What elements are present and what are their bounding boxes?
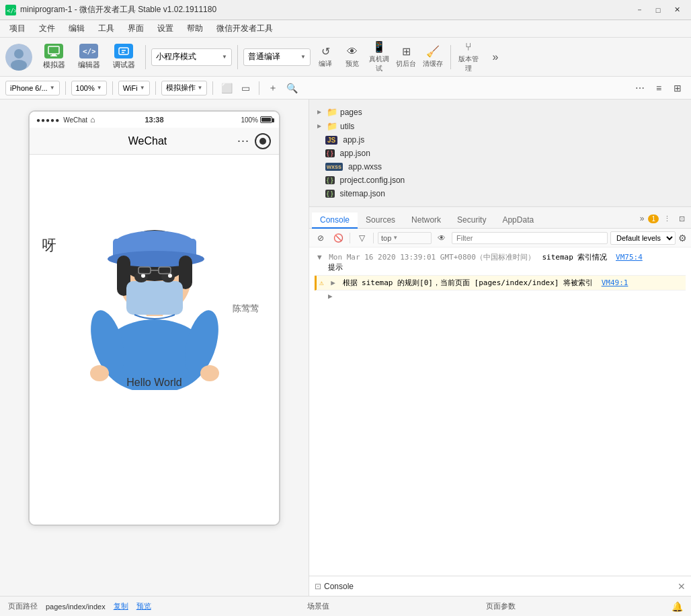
split-view-btn[interactable]: ⊞: [669, 80, 686, 96]
simulator-button[interactable]: 模拟器: [38, 42, 70, 73]
record-button[interactable]: [255, 133, 271, 149]
device-value: iPhone 6/...: [10, 84, 48, 92]
compile-dropdown[interactable]: 普通编译 ▼: [243, 48, 311, 66]
menu-interface[interactable]: 界面: [121, 22, 151, 36]
console-tab-label: Console: [320, 215, 350, 225]
tree-item-pages[interactable]: ▶ 📁 pages: [309, 105, 691, 119]
menu-project[interactable]: 项目: [3, 22, 32, 36]
tree-item-projectconfig[interactable]: { } project.config.json: [309, 174, 691, 187]
devtools-expand-btn[interactable]: ⊡: [675, 212, 688, 225]
pages-arrow: ▶: [317, 109, 324, 115]
warning-icon: ⚠: [319, 278, 324, 287]
menu-help[interactable]: 帮助: [180, 22, 210, 36]
tree-item-utils[interactable]: ▶ 📁 utils: [309, 119, 691, 133]
console-sep: [350, 233, 350, 243]
console-eye-btn[interactable]: 👁: [434, 231, 449, 245]
console-filter-toggle[interactable]: ▽: [354, 231, 369, 245]
devtools-tab-console[interactable]: Console: [312, 213, 358, 229]
menu-edit[interactable]: 编辑: [62, 22, 91, 36]
devtools-options-btn[interactable]: ⋮: [660, 212, 674, 225]
console-level-select[interactable]: Default levels: [610, 231, 676, 245]
console-clear-btn[interactable]: 🚫: [331, 231, 346, 245]
version-button[interactable]: ⑂ 版本管理: [456, 45, 481, 69]
mode-dropdown[interactable]: 小程序模式 ▼: [151, 48, 232, 66]
expand-more[interactable]: ▶: [328, 292, 333, 301]
right-panel: ▶ 📁 pages ▶ 📁 utils JS app.js { } app.js…: [309, 100, 691, 596]
console-gear-icon[interactable]: ⚙: [678, 233, 687, 243]
window-controls: － □ ✕: [631, 3, 686, 17]
operation-arrow: ▼: [198, 85, 203, 91]
console-entry-2: ⚠ ▶ 根据 sitemap 的规则[0]，当前页面 [pages/index/…: [315, 276, 686, 291]
more-button[interactable]: »: [483, 45, 507, 69]
params-label[interactable]: 页面参数: [486, 601, 516, 611]
add-panel-btn[interactable]: ＋: [265, 80, 281, 96]
compile-value: 普通编译: [248, 51, 280, 63]
rotate-landscape-btn[interactable]: ▭: [237, 80, 253, 96]
tree-item-appjs[interactable]: JS app.js: [309, 133, 691, 147]
context-arrow: ▼: [393, 235, 398, 241]
entry1-link[interactable]: VM75:4: [616, 253, 643, 262]
search-panel-btn[interactable]: 🔍: [284, 80, 300, 96]
menu-file[interactable]: 文件: [32, 22, 62, 36]
wifi-icon: ⌂: [90, 115, 95, 124]
utils-arrow: ▶: [317, 123, 324, 129]
compile-button[interactable]: ↺ 编译: [313, 45, 337, 69]
tree-item-appwxss[interactable]: wxss app.wxss: [309, 160, 691, 174]
more-dots[interactable]: ···: [237, 134, 249, 148]
record-inner: [259, 138, 266, 145]
editor-icon: </>: [79, 44, 98, 59]
expand-icon[interactable]: ▶: [331, 278, 335, 287]
toolbar-sep-2: [237, 45, 238, 69]
menu-tools[interactable]: 工具: [91, 22, 121, 36]
version-icon: ⑂: [465, 41, 472, 53]
phone-simulator-panel: ●●●●● WeChat ⌂ 13:38 100% WeChat ···: [0, 100, 309, 596]
operation-dropdown[interactable]: 模拟操作 ▼: [161, 81, 208, 95]
real-debug-button[interactable]: 📱 真机调试: [367, 45, 391, 69]
more-tabs-label[interactable]: »: [637, 214, 647, 223]
menu-settings[interactable]: 设置: [151, 22, 180, 36]
security-tab-label: Security: [457, 215, 486, 225]
scene-label[interactable]: 场景值: [307, 601, 329, 611]
bottom-console-close[interactable]: ✕: [678, 581, 686, 592]
preview-label: 预览: [346, 59, 359, 69]
menu-wechat-devtools[interactable]: 微信开发者工具: [210, 22, 280, 36]
devtools-tab-sources[interactable]: Sources: [358, 213, 403, 229]
phone-time: 13:38: [145, 116, 163, 124]
rotate-portrait-btn[interactable]: ⬜: [218, 80, 235, 96]
list-view-btn[interactable]: ≡: [651, 80, 667, 96]
network-arrow: ▼: [140, 85, 145, 91]
maximize-button[interactable]: □: [649, 3, 667, 17]
console-context[interactable]: top ▼: [378, 232, 432, 244]
appwxss-label: app.wxss: [348, 162, 382, 171]
devtools-tab-appdata[interactable]: AppData: [494, 213, 542, 229]
debugger-button[interactable]: 调试器: [108, 42, 140, 73]
version-label: 版本管理: [456, 54, 481, 73]
entry2-link[interactable]: VM49:1: [602, 278, 628, 287]
preview-link[interactable]: 预览: [136, 601, 151, 611]
copy-link[interactable]: 复制: [114, 601, 128, 611]
preview-button[interactable]: 👁 预览: [340, 45, 364, 69]
device-arrow: ▼: [50, 85, 55, 91]
svg-point-31: [90, 365, 109, 381]
backend-button[interactable]: ⊞ 切后台: [394, 45, 418, 69]
minimize-button[interactable]: －: [631, 3, 648, 17]
svg-rect-21: [126, 281, 183, 315]
path-value: pages/index/index: [46, 603, 106, 611]
devtools-tab-security[interactable]: Security: [449, 213, 494, 229]
phone-status-bar: ●●●●● WeChat ⌂ 13:38 100%: [30, 112, 279, 128]
json-icon: { }: [325, 149, 335, 157]
device-dropdown[interactable]: iPhone 6/... ▼: [5, 81, 60, 95]
console-filter-input[interactable]: [452, 232, 608, 244]
console-block-btn[interactable]: ⊘: [313, 231, 328, 245]
tree-item-sitemap[interactable]: { } sitemap.json: [309, 187, 691, 200]
cache-button[interactable]: 🧹 清缓存: [421, 45, 445, 69]
zoom-dropdown[interactable]: 100% ▼: [71, 81, 107, 95]
more-options-btn[interactable]: ⋯: [632, 80, 648, 96]
devtools-tab-network[interactable]: Network: [403, 213, 449, 229]
devtools-tabs: Console Sources Network Security AppData…: [309, 207, 691, 229]
network-dropdown[interactable]: WiFi ▼: [118, 81, 150, 95]
close-button[interactable]: ✕: [668, 3, 686, 17]
tree-item-appjson[interactable]: { } app.json: [309, 147, 691, 160]
editor-button[interactable]: </> 编辑器: [73, 42, 105, 73]
user-avatar[interactable]: [5, 44, 32, 71]
